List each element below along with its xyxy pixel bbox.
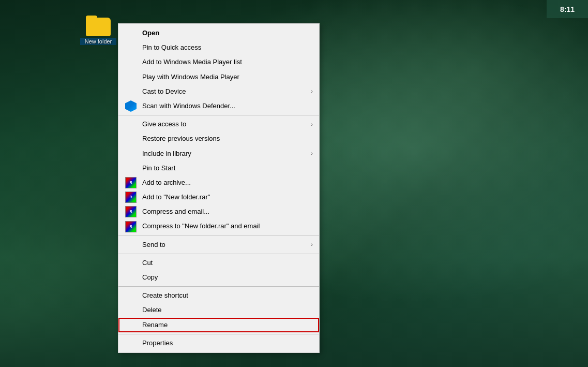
menu-item-label-pin-quick-access: Pin to Quick access <box>142 43 311 52</box>
menu-item-label-give-access: Give access to <box>142 120 311 129</box>
taskbar-clock: 8:11 <box>547 0 588 18</box>
menu-item-open[interactable]: Open <box>118 26 319 40</box>
menu-separator <box>118 254 319 254</box>
compress-rar-email-icon-area: R <box>124 221 138 232</box>
submenu-arrow-include-library: › <box>311 150 313 157</box>
menu-item-compress-rar-email[interactable]: RCompress to "New folder.rar" and email <box>118 219 319 233</box>
menu-item-pin-quick-access[interactable]: Pin to Quick access <box>118 40 319 55</box>
menu-item-pin-start[interactable]: Pin to Start <box>118 161 319 175</box>
folder-body <box>86 18 111 36</box>
menu-item-include-library[interactable]: Include in library› <box>118 146 319 161</box>
menu-item-create-shortcut[interactable]: Create shortcut <box>118 288 319 303</box>
scan-defender-icon-area <box>124 100 138 112</box>
winrar-icon: R <box>125 177 137 188</box>
menu-item-label-properties: Properties <box>142 339 311 348</box>
menu-item-label-cast-device: Cast to Device <box>142 87 311 96</box>
menu-item-add-archive[interactable]: RAdd to archive... <box>118 175 319 190</box>
menu-item-give-access[interactable]: Give access to› <box>118 117 319 131</box>
menu-separator <box>118 236 319 236</box>
menu-item-label-add-wmp-list: Add to Windows Media Player list <box>142 57 311 67</box>
add-archive-icon-area: R <box>124 177 138 188</box>
menu-item-restore-versions[interactable]: Restore previous versions <box>118 131 319 146</box>
menu-item-send-to[interactable]: Send to› <box>118 238 319 252</box>
menu-separator <box>118 334 319 334</box>
menu-item-cast-device[interactable]: Cast to Device› <box>118 84 319 99</box>
menu-item-label-pin-start: Pin to Start <box>142 164 311 173</box>
menu-item-label-delete: Delete <box>142 305 311 315</box>
menu-item-cut[interactable]: Cut <box>118 256 319 270</box>
menu-item-label-restore-versions: Restore previous versions <box>142 134 311 143</box>
add-rar-icon-area: R <box>124 192 138 203</box>
menu-item-label-play-wmp: Play with Windows Media Player <box>142 72 311 82</box>
winrar-icon: R <box>125 206 137 217</box>
menu-item-copy[interactable]: Copy <box>118 270 319 285</box>
menu-item-label-open: Open <box>142 28 311 38</box>
menu-item-label-cut: Cut <box>142 258 311 268</box>
menu-item-label-add-rar: Add to "New folder.rar" <box>142 193 311 202</box>
menu-item-label-copy: Copy <box>142 273 311 282</box>
compress-email-icon-area: R <box>124 206 138 217</box>
winrar-icon: R <box>125 221 137 232</box>
winrar-icon: R <box>125 192 137 203</box>
menu-item-play-wmp[interactable]: Play with Windows Media Player <box>118 70 319 84</box>
submenu-arrow-give-access: › <box>311 121 313 128</box>
menu-separator <box>118 286 319 287</box>
folder-image <box>86 16 111 36</box>
menu-item-label-compress-email: Compress and email... <box>142 207 311 216</box>
menu-item-label-scan-defender: Scan with Windows Defender... <box>142 101 311 111</box>
menu-item-add-rar[interactable]: RAdd to "New folder.rar" <box>118 190 319 204</box>
menu-item-label-rename: Rename <box>142 320 311 330</box>
menu-item-label-create-shortcut: Create shortcut <box>142 291 311 300</box>
menu-item-compress-email[interactable]: RCompress and email... <box>118 204 319 219</box>
menu-item-delete[interactable]: Delete <box>118 303 319 317</box>
context-menu: OpenPin to Quick accessAdd to Windows Me… <box>118 23 320 353</box>
menu-separator <box>118 115 319 115</box>
menu-item-label-add-archive: Add to archive... <box>142 178 311 187</box>
menu-item-label-send-to: Send to <box>142 240 311 249</box>
menu-item-scan-defender[interactable]: Scan with Windows Defender... <box>118 99 319 113</box>
submenu-arrow-send-to: › <box>311 241 313 248</box>
folder-label: New folder <box>80 38 116 45</box>
menu-item-label-include-library: Include in library <box>142 149 311 158</box>
submenu-arrow-cast-device: › <box>311 87 313 95</box>
menu-item-add-wmp-list[interactable]: Add to Windows Media Player list <box>118 55 319 69</box>
menu-item-rename[interactable]: Rename <box>118 318 319 332</box>
defender-icon <box>125 100 137 112</box>
clock-time: 8:11 <box>560 5 575 13</box>
menu-item-properties[interactable]: Properties <box>118 336 319 350</box>
menu-item-label-compress-rar-email: Compress to "New folder.rar" and email <box>142 222 311 231</box>
folder-icon[interactable]: New folder <box>80 16 116 45</box>
